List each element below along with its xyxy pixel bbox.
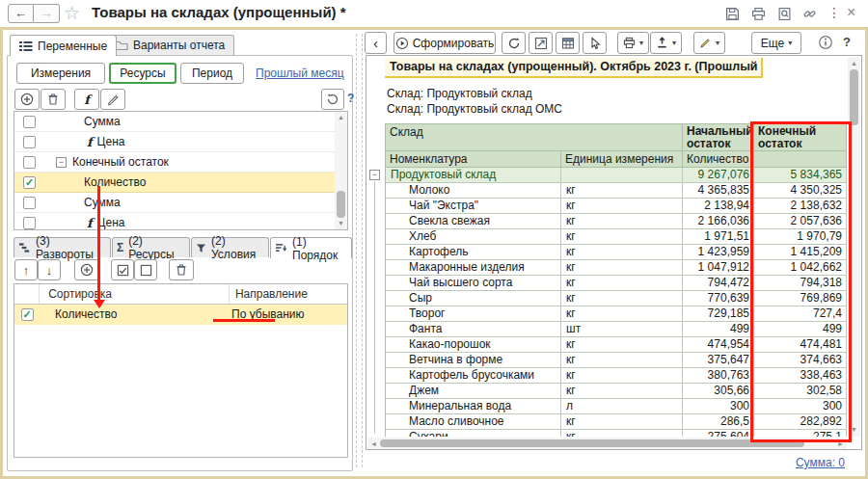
delete-order-button[interactable] [169,259,194,280]
report-cell-unit[interactable]: кг [561,183,683,199]
report-cell-name[interactable]: Продуктовый склад [386,168,561,183]
expand-report-button[interactable] [529,32,553,54]
report-cell-name[interactable]: Макаронные изделия [386,260,561,276]
order-field-cell[interactable]: Количество [40,305,226,325]
report-cell-unit[interactable]: кг [561,353,683,368]
panel-splitter[interactable] [356,34,363,467]
report-cell-name[interactable]: Чай "Экстра" [386,199,561,214]
period-value-link[interactable]: Прошлый месяц [256,67,344,80]
scroll-left-icon[interactable]: ◄ [370,440,377,448]
scrollbar-thumb[interactable] [850,69,858,125]
report-cell-unit[interactable]: кг [561,276,683,291]
print-icon[interactable] [751,7,766,21]
report-cell-name[interactable]: Фанта [386,322,561,337]
checkbox[interactable] [23,197,36,209]
checkbox[interactable]: ✓ [23,176,36,189]
report-filter-2[interactable]: Склад: Продуктовый склад ОМС [387,102,562,118]
collapse-settings-button[interactable]: ‹ [365,32,387,54]
move-down-button[interactable]: ↓ [38,259,61,280]
report-cell-initial[interactable]: 770,639 [683,291,754,306]
report-cell-initial[interactable]: 305,66 [683,384,754,399]
report-cell-unit[interactable]: кг [561,368,683,384]
settings-tab-4[interactable]: (1) Порядок [270,237,352,258]
dimensions-button[interactable]: Измерения [16,63,105,84]
report-cell-unit[interactable]: кг [561,229,683,245]
edit-field-button[interactable] [100,89,125,110]
tab-report-variants[interactable]: Варианты отчета [105,35,234,55]
settings-tab-3[interactable]: (2) Условия [191,237,269,257]
report-cell-initial[interactable]: 1 047,912 [683,260,754,276]
checkbox[interactable] [23,156,36,169]
report-cell-initial[interactable]: 300 [683,399,754,414]
report-cell-unit[interactable]: кг [561,199,683,214]
list-item[interactable]: Сумма [14,112,335,132]
report-cell-name[interactable]: Хлеб [386,229,561,245]
report-cell-unit[interactable]: кг [561,260,683,276]
period-button[interactable]: Период [180,63,244,84]
col-header-nomenclature[interactable]: Номенклатура [386,151,561,168]
back-button[interactable]: ← [8,4,34,23]
close-icon[interactable]: × [847,4,855,21]
collapse-icon[interactable]: − [56,157,67,168]
check-all-button[interactable] [111,259,134,280]
fields-scrollbar[interactable]: ▲ ▼ [335,112,347,229]
report-cell-name[interactable]: Свекла свежая [386,214,561,229]
report-title-cell[interactable]: Товары на складах (упрощенный). Октябрь … [385,58,763,78]
report-cell-initial[interactable]: 1 423,959 [683,245,754,260]
help-question-icon[interactable]: ? [843,35,851,49]
delete-field-button[interactable] [41,89,66,110]
col-header-sklad[interactable]: Склад [386,124,683,151]
refresh-button[interactable] [502,32,526,54]
uncheck-all-button[interactable] [134,259,157,280]
more-button[interactable]: Еще▾ [751,32,801,54]
favorite-star-icon[interactable]: ☆ [64,2,80,24]
save-icon[interactable] [725,7,740,21]
report-cell-name[interactable]: Ветчина в форме [386,353,561,368]
scroll-up-icon[interactable]: ▲ [851,60,857,67]
report-cell-unit[interactable]: кг [561,306,683,322]
report-cell-name[interactable]: Минеральная вода [386,399,561,414]
report-cell-unit[interactable]: л [561,399,683,414]
report-cell-name[interactable]: Картофель брусочками [386,368,561,384]
report-cell-unit[interactable]: шт [561,322,683,337]
order-check-cell[interactable]: ✓ [14,308,40,321]
scroll-down-icon[interactable]: ▼ [338,220,344,227]
checkbox[interactable] [23,136,36,148]
order-sort-header[interactable]: Сортировка [40,284,230,304]
pointer-mode-button[interactable] [583,32,607,54]
report-cell-name[interactable]: Масло сливочное [386,414,561,430]
custom-field-button[interactable]: f [74,89,99,110]
report-cell-initial[interactable]: 2 166,036 [683,214,754,229]
report-cell-unit[interactable]: кг [561,384,683,399]
checkbox[interactable] [23,217,36,229]
checkbox[interactable]: ✓ [21,308,34,321]
report-cell-unit[interactable]: кг [561,214,683,229]
report-cell-initial[interactable]: 1 971,51 [683,229,754,245]
col-header-initial[interactable]: Начальный остаток [683,124,754,151]
report-cell-unit[interactable]: кг [561,414,683,430]
order-direction-header[interactable]: Направление [230,284,347,304]
report-cell-initial[interactable]: 375,647 [683,353,754,368]
report-cell-initial[interactable]: 9 267,076 [683,168,754,183]
scroll-down-icon[interactable]: ▼ [851,426,857,434]
save-report-dropdown-button[interactable]: ▾ [650,32,682,54]
checkbox[interactable] [23,116,36,128]
report-cell-unit[interactable]: кг [561,245,683,260]
report-cell-name[interactable]: Сухари [386,430,561,437]
report-cell-unit[interactable]: кг [561,337,683,353]
list-item[interactable]: fЦена [14,213,335,229]
add-field-button[interactable] [14,89,40,110]
list-item[interactable]: ✓Количество [14,173,335,193]
report-cell-initial[interactable]: 380,763 [683,368,754,384]
more-menu-icon[interactable]: ⋮ [827,5,841,20]
help-icon[interactable]: ? [347,92,354,105]
print-dropdown-button[interactable]: ▾ [617,32,649,54]
report-cell-name[interactable]: Джем [386,384,561,399]
settings-tab-2[interactable]: Σ(2) Ресурсы [112,237,190,257]
col-header-quantity[interactable]: Количество [683,151,754,168]
tab-variables[interactable]: Переменные [10,35,117,56]
settings-tab-1[interactable]: (3) Развороты [14,237,111,257]
report-cell-initial[interactable]: 2 138,94 [683,199,754,214]
scroll-up-icon[interactable]: ▲ [338,114,344,121]
report-cell-name[interactable]: Чай высшего сорта [386,276,561,291]
